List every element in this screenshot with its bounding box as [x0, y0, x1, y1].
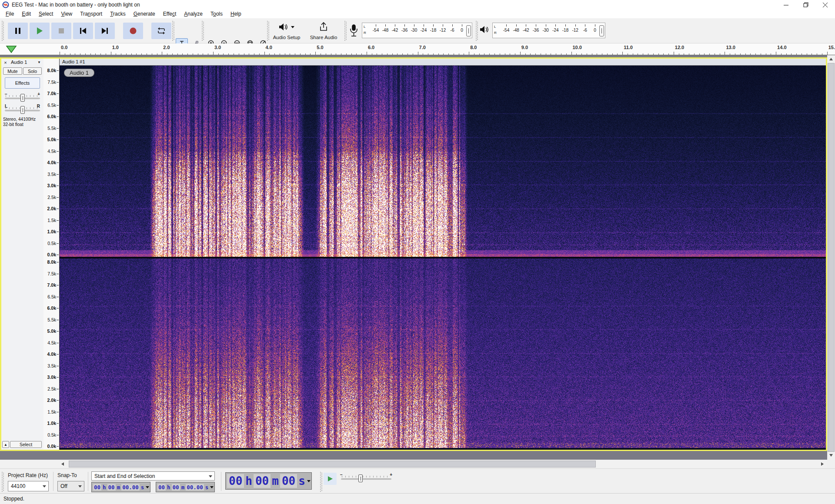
audio-setup-label: Audio Setup [273, 35, 301, 40]
menu-transport[interactable]: Transport [76, 10, 106, 18]
track-select-button[interactable]: Select [10, 441, 42, 448]
playback-speed-slider[interactable]: − + [340, 472, 392, 484]
horizontal-scrollbar-thumb[interactable] [69, 461, 596, 468]
time-digits[interactable]: 00 [157, 484, 166, 491]
pan-slider[interactable]: L R [4, 104, 41, 115]
effects-button[interactable]: Effects [5, 77, 40, 89]
record-meter-grip[interactable] [344, 21, 347, 41]
freq-label: 6.0k [47, 305, 56, 311]
timeline-label: 3.0 [214, 45, 221, 50]
play-button[interactable] [30, 23, 50, 39]
audio-setup-button[interactable]: Audio Setup [270, 20, 304, 42]
time-format-dropdown[interactable] [146, 486, 149, 488]
pan-slider-thumb[interactable] [20, 106, 25, 114]
menu-tracks[interactable]: Tracks [106, 10, 130, 18]
skip-to-end-button[interactable] [95, 23, 115, 39]
frequency-ruler[interactable]: 8.0k7.5k7.0k6.5k6.0k5.5k5.0k4.5k4.0k3.5k… [43, 59, 60, 450]
menu-bar: FileEditSelectViewTransportTracksGenerat… [0, 10, 835, 18]
scroll-up-arrow[interactable] [829, 58, 833, 60]
freq-label: 0.0k [47, 444, 56, 449]
play-at-speed-grip[interactable] [320, 472, 323, 492]
recording-meter-handle[interactable] [466, 25, 471, 36]
time-digits[interactable]: 00.00 [186, 484, 204, 491]
selection-start-field[interactable]: 00h00m00.00s [91, 482, 150, 492]
time-digits[interactable]: 00 [107, 484, 116, 491]
scroll-left-arrow[interactable] [61, 462, 64, 466]
transport-grip[interactable] [2, 21, 4, 41]
menu-view[interactable]: View [57, 10, 76, 18]
time-digits[interactable]: 00 [172, 484, 180, 491]
playback-speed-thumb[interactable] [358, 474, 363, 482]
meter-scale-label: -12 [572, 28, 578, 33]
audio-clip[interactable]: Audio 1 #1 Audio 1 [60, 59, 826, 450]
microphone-icon[interactable] [349, 24, 358, 37]
timeline-label: 8.0 [470, 45, 477, 50]
menu-file[interactable]: File [2, 10, 18, 18]
stop-button[interactable] [51, 23, 71, 39]
menu-tools[interactable]: Tools [207, 10, 227, 18]
playback-meter[interactable]: L R -54-48-42-36-30-24-18-12-60 [492, 23, 605, 38]
close-button[interactable] [815, 0, 835, 10]
menu-select[interactable]: Select [35, 10, 57, 18]
project-rate-combo[interactable]: 44100 [8, 481, 49, 491]
selection-toolbar-grip[interactable] [2, 472, 4, 492]
skip-to-start-button[interactable] [73, 23, 93, 39]
vertical-scrollbar-thumb[interactable] [828, 63, 835, 452]
time-digits[interactable]: 00 [280, 474, 297, 488]
share-audio-button[interactable]: Share Audio [306, 20, 341, 42]
loop-button[interactable] [151, 23, 171, 39]
menu-edit[interactable]: Edit [18, 10, 35, 18]
recording-meter[interactable]: L R -54-48-42-36-30-24-18-12-60 [362, 23, 472, 38]
pinned-play-head-icon[interactable] [6, 45, 17, 53]
timeline-label: 1.0 [112, 45, 119, 50]
track-close-button[interactable]: × [3, 60, 8, 66]
time-format-dropdown[interactable] [307, 480, 311, 482]
selection-end-field[interactable]: 00h00m00.00s [156, 482, 215, 492]
track-format-line2: 32-bit float [3, 122, 36, 127]
gain-slider-thumb[interactable] [20, 94, 25, 102]
playback-meter-scale: -54-48-42-36-30-24-18-12-60 [503, 23, 598, 38]
scroll-down-arrow[interactable] [829, 454, 833, 457]
tools-grip[interactable] [172, 21, 175, 41]
restore-button[interactable] [796, 0, 815, 10]
meter-scale-label: -30 [411, 28, 417, 33]
menu-analyze[interactable]: Analyze [180, 10, 207, 18]
collapse-track-button[interactable]: ▲ [2, 441, 9, 448]
meter-scale-label: -54 [373, 28, 379, 33]
horizontal-scrollbar[interactable] [0, 460, 827, 468]
vertical-scrollbar[interactable] [827, 55, 835, 460]
freq-label: 0.0k [47, 252, 56, 257]
play-at-speed-button[interactable] [324, 473, 337, 485]
spectrogram-canvas[interactable] [60, 66, 826, 448]
solo-button[interactable]: Solo [23, 67, 42, 75]
track-title[interactable]: Audio 1 [11, 60, 27, 65]
time-unit: s [297, 474, 306, 487]
time-digits[interactable]: 00 [93, 484, 101, 491]
clip-header[interactable]: Audio 1 #1 [60, 59, 826, 66]
track-name-overlay[interactable]: Audio 1 [64, 69, 94, 77]
playback-meter-grip[interactable] [476, 21, 478, 41]
playback-meter-handle[interactable] [599, 25, 604, 36]
pause-button[interactable] [8, 23, 28, 39]
gain-slider[interactable]: − + [4, 92, 41, 103]
edit-grip[interactable] [202, 21, 204, 41]
track-menu-dropdown[interactable]: ▼ [37, 60, 41, 64]
minimize-button[interactable] [776, 0, 796, 10]
record-button[interactable] [123, 23, 143, 39]
menu-help[interactable]: Help [227, 10, 245, 18]
timeline-ruler[interactable]: 0.01.02.03.04.05.06.07.08.09.010.011.012… [0, 43, 835, 55]
menu-generate[interactable]: Generate [130, 10, 159, 18]
playback-speaker-icon[interactable] [479, 25, 490, 35]
selection-mode-combo[interactable]: Start and End of Selection [91, 471, 215, 481]
menu-effect[interactable]: Effect [159, 10, 180, 18]
time-digits[interactable]: 00.00 [121, 484, 140, 491]
status-text: Stopped. [3, 496, 24, 502]
time-digits[interactable]: 00 [227, 474, 244, 488]
time-format-dropdown[interactable] [210, 486, 214, 488]
freq-label: 5.0k [47, 137, 56, 142]
mute-button[interactable]: Mute [3, 67, 22, 75]
snap-to-combo[interactable]: Off [57, 481, 84, 491]
time-digits[interactable]: 00 [254, 474, 271, 488]
scroll-right-arrow[interactable] [821, 462, 824, 466]
audio-position-display[interactable]: 00h00m00s [225, 472, 312, 490]
